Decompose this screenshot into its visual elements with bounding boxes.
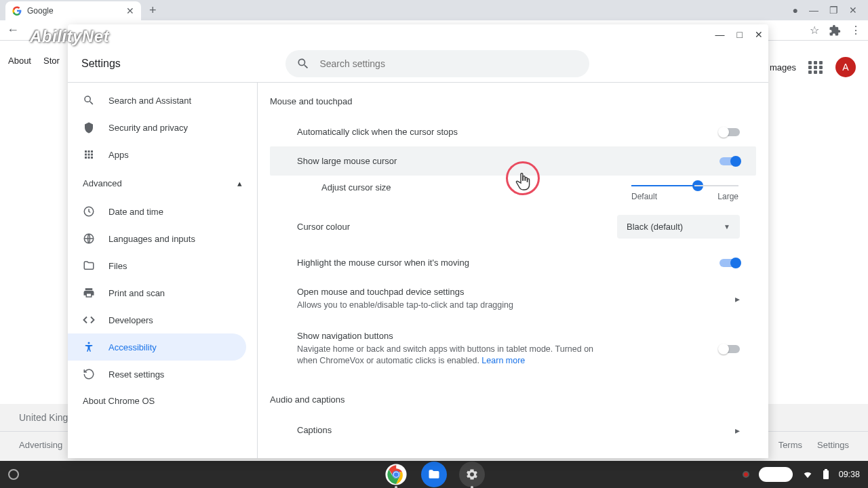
nav-images[interactable]: mages bbox=[770, 62, 796, 73]
settings-title: Settings bbox=[81, 58, 121, 70]
row-auto-click[interactable]: Automatically click when the cursor stop… bbox=[270, 117, 756, 146]
win-close-icon[interactable]: ✕ bbox=[755, 29, 763, 40]
google-favicon bbox=[12, 6, 22, 16]
slider-max-label: Large bbox=[717, 192, 738, 201]
launcher-icon[interactable] bbox=[8, 469, 19, 480]
shelf-time: 09:38 bbox=[839, 470, 860, 479]
highlight-cursor-toggle[interactable] bbox=[719, 259, 740, 267]
nav-about[interactable]: About bbox=[8, 56, 31, 66]
row-highlight-cursor[interactable]: Highlight the mouse cursor when it's mov… bbox=[270, 248, 756, 277]
row-nav-buttons[interactable]: Show navigation buttons Navigate home or… bbox=[270, 321, 756, 377]
recording-indicator-icon bbox=[743, 471, 749, 478]
sidebar-advanced-toggle[interactable]: Advanced ▴ bbox=[68, 168, 257, 198]
shelf-status-area[interactable]: 09:38 bbox=[743, 467, 860, 482]
row-open-device-settings[interactable]: Open mouse and touchpad device settings … bbox=[270, 277, 756, 321]
sidebar-item-label: Date and time bbox=[108, 207, 163, 217]
chevron-right-icon: ▸ bbox=[735, 293, 740, 304]
settings-search[interactable] bbox=[285, 50, 589, 77]
sidebar-item-accessibility[interactable]: Accessibility bbox=[68, 333, 246, 361]
sidebar-item-date-time[interactable]: Date and time bbox=[68, 198, 246, 225]
chevron-right-icon: ▸ bbox=[735, 425, 740, 436]
apps-icon bbox=[83, 148, 95, 161]
sidebar-item-reset[interactable]: Reset settings bbox=[68, 361, 246, 388]
sidebar-item-files[interactable]: Files bbox=[68, 252, 246, 279]
tab-title: Google bbox=[27, 6, 54, 16]
nav-buttons-sub: Navigate home or back and switch apps wi… bbox=[297, 344, 609, 367]
auto-click-toggle[interactable] bbox=[719, 128, 740, 136]
apps-grid-icon[interactable] bbox=[808, 61, 823, 74]
watermark-logo: AbilityNet bbox=[30, 27, 109, 46]
section-mouse-touchpad: Mouse and touchpad bbox=[270, 96, 756, 106]
settings-titlebar: — □ ✕ bbox=[68, 24, 768, 45]
footer-settings[interactable]: Settings bbox=[817, 440, 849, 450]
nav-buttons-toggle[interactable] bbox=[719, 345, 740, 353]
sidebar-item-developers[interactable]: Developers bbox=[68, 306, 246, 333]
avatar[interactable]: A bbox=[835, 57, 856, 77]
settings-body: Search and Assistant Security and privac… bbox=[68, 83, 768, 458]
printer-icon bbox=[83, 287, 95, 299]
browser-tab[interactable]: Google ✕ bbox=[5, 1, 141, 20]
sidebar-item-label: Languages and inputs bbox=[108, 234, 195, 244]
settings-header: Settings bbox=[68, 45, 768, 83]
clock-icon bbox=[83, 205, 95, 218]
nav-buttons-label: Show navigation buttons bbox=[297, 331, 609, 341]
cursor-colour-value: Black (default) bbox=[627, 222, 683, 232]
wifi-icon bbox=[802, 469, 813, 480]
search-icon bbox=[83, 94, 95, 106]
search-icon bbox=[296, 57, 310, 70]
adjust-size-label: Adjust cursor size bbox=[321, 182, 391, 192]
sidebar-item-label: Reset settings bbox=[108, 369, 164, 380]
sidebar-item-apps[interactable]: Apps bbox=[68, 141, 246, 168]
sidebar-item-security[interactable]: Security and privacy bbox=[68, 114, 246, 141]
auto-click-label: Automatically click when the cursor stop… bbox=[297, 127, 719, 137]
chrome-app-icon[interactable] bbox=[383, 462, 409, 487]
settings-window: — □ ✕ Settings Search and Assistant Secu… bbox=[68, 24, 768, 458]
chevron-up-icon: ▴ bbox=[237, 178, 242, 188]
extensions-icon[interactable] bbox=[829, 24, 841, 37]
tab-close-icon[interactable]: ✕ bbox=[126, 5, 134, 16]
sidebar-advanced-label: Advanced bbox=[83, 178, 122, 188]
open-device-sub: Allows you to enable/disable tap-to-clic… bbox=[297, 300, 513, 312]
captions-label: Captions bbox=[297, 425, 735, 435]
settings-app-icon[interactable] bbox=[459, 462, 485, 487]
sidebar-item-print-scan[interactable]: Print and scan bbox=[68, 279, 246, 306]
toolbar-right: ☆ ⋮ bbox=[810, 24, 861, 37]
sidebar-about-chromeos[interactable]: About Chrome OS bbox=[68, 388, 257, 414]
star-icon[interactable]: ☆ bbox=[810, 24, 819, 37]
close-window-icon[interactable]: ✕ bbox=[849, 5, 857, 16]
settings-search-input[interactable] bbox=[319, 58, 578, 69]
learn-more-link[interactable]: Learn more bbox=[481, 356, 525, 365]
reset-icon bbox=[83, 368, 95, 380]
shield-icon bbox=[83, 121, 95, 134]
maximize-icon[interactable]: ❐ bbox=[829, 5, 838, 16]
win-maximize-icon[interactable]: □ bbox=[737, 29, 743, 40]
new-tab-button[interactable]: + bbox=[149, 3, 157, 18]
slider-thumb[interactable] bbox=[692, 180, 703, 191]
row-cursor-colour: Cursor colour Black (default) ▼ bbox=[270, 205, 756, 248]
menu-dots-icon[interactable]: ⋮ bbox=[850, 24, 861, 37]
sidebar-item-label: Accessibility bbox=[108, 342, 157, 352]
cursor-size-slider[interactable] bbox=[631, 185, 738, 186]
svg-rect-6 bbox=[823, 470, 829, 479]
sidebar-item-label: Files bbox=[108, 261, 127, 271]
win-minimize-icon[interactable]: — bbox=[715, 29, 725, 40]
sidebar-item-search-assistant[interactable]: Search and Assistant bbox=[68, 87, 246, 114]
row-captions[interactable]: Captions ▸ bbox=[270, 415, 756, 445]
accessibility-icon bbox=[83, 341, 95, 353]
settings-sidebar: Search and Assistant Security and privac… bbox=[68, 83, 258, 458]
cursor-colour-dropdown[interactable]: Black (default) ▼ bbox=[617, 215, 740, 239]
minimize-icon[interactable]: — bbox=[809, 5, 818, 16]
footer-advertising[interactable]: Advertising bbox=[19, 440, 62, 450]
nav-store[interactable]: Stor bbox=[43, 56, 60, 66]
sidebar-item-label: Print and scan bbox=[108, 288, 165, 298]
battery-icon bbox=[823, 469, 829, 480]
highlight-cursor-label: Highlight the mouse cursor when it's mov… bbox=[297, 258, 719, 268]
svg-point-2 bbox=[88, 342, 90, 344]
files-app-icon[interactable] bbox=[421, 462, 447, 487]
sidebar-item-languages[interactable]: Languages and inputs bbox=[68, 225, 246, 252]
back-icon[interactable]: ← bbox=[7, 23, 19, 37]
large-cursor-toggle[interactable] bbox=[719, 157, 740, 165]
sidebar-item-label: Search and Assistant bbox=[108, 96, 191, 106]
row-large-cursor[interactable]: Show large mouse cursor bbox=[270, 146, 756, 176]
footer-terms[interactable]: Terms bbox=[778, 440, 802, 450]
